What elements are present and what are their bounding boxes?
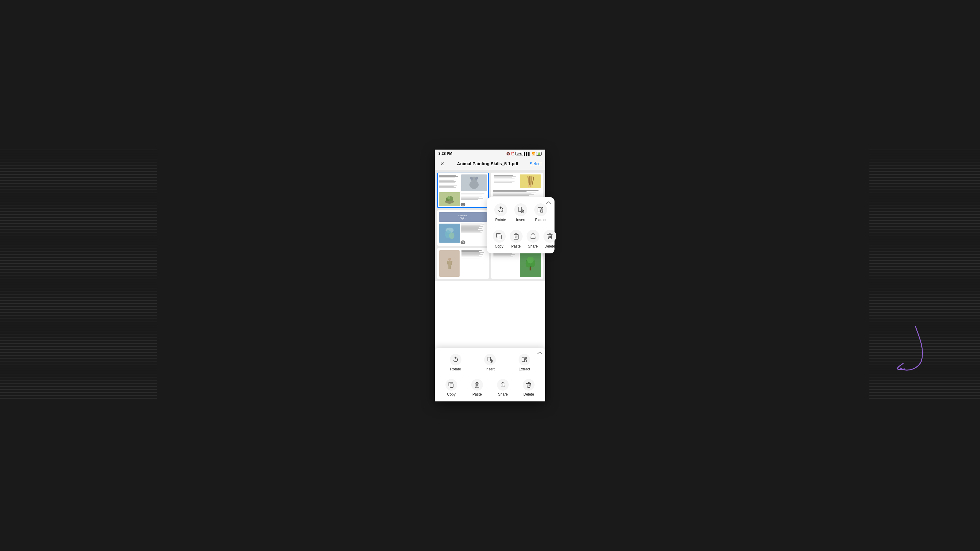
status-icons: 🔇 ⏰ VPN ▌▌▌ 📶 🔋 [506, 152, 542, 156]
collapse-button-upper[interactable] [545, 200, 552, 206]
rotate-icon-lower [452, 356, 459, 363]
menu-item-copy-lower[interactable]: Copy [443, 379, 460, 397]
svg-point-25 [448, 258, 451, 261]
menu-item-share-upper[interactable]: Share [524, 230, 541, 248]
page-number-1: 1 [460, 203, 465, 206]
menu-item-rotate-upper[interactable]: Rotate [492, 203, 509, 222]
menu-item-insert-lower[interactable]: Insert [482, 354, 499, 371]
svg-rect-13 [530, 184, 531, 187]
close-button[interactable]: ✕ [438, 160, 446, 167]
dog-image [466, 175, 482, 191]
menu-item-paste-lower[interactable]: Paste [469, 379, 486, 397]
art-image [444, 226, 455, 240]
menu-item-insert-upper[interactable]: Insert [512, 203, 529, 222]
menu-row-2-lower: Copy Paste [435, 376, 545, 399]
insert-icon [517, 206, 524, 213]
svg-rect-14 [531, 184, 532, 187]
delete-icon-lower [525, 381, 532, 388]
extract-icon-lower [521, 356, 528, 363]
page-number-3: 3 [460, 240, 465, 244]
delete-icon [546, 232, 554, 240]
svg-point-7 [447, 196, 450, 199]
insert-icon-lower [487, 356, 493, 363]
extract-icon [537, 206, 544, 213]
menu-item-share-lower[interactable]: Share [495, 379, 512, 397]
menu-item-delete-lower[interactable]: Delete [520, 379, 537, 397]
collapse-button-lower[interactable] [537, 350, 542, 356]
annotation-arrow [891, 323, 931, 374]
share-icon-lower [500, 381, 506, 388]
page-title: Animal Painting Skills_5-1.pdf [446, 161, 530, 166]
menu-item-paste-upper[interactable]: Paste [508, 230, 524, 248]
figure-image [446, 257, 453, 270]
menu-row-1-lower: Rotate Insert [435, 351, 545, 374]
menu-row-2-upper: Copy Paste [487, 227, 555, 251]
menu-item-extract-lower[interactable]: Extract [516, 354, 533, 371]
nature-image [525, 257, 536, 271]
svg-rect-9 [529, 176, 530, 186]
paste-icon [512, 232, 520, 240]
copy-icon-lower [448, 381, 455, 388]
status-time: 3:28 PM [438, 151, 452, 156]
share-icon [529, 232, 537, 240]
menu-item-extract-upper[interactable]: Extract [532, 203, 549, 222]
menu-row-1-upper: Rotate Insert [487, 201, 555, 224]
pdf-page-5[interactable] [437, 248, 489, 279]
svg-point-17 [449, 232, 455, 239]
plant-image [443, 194, 456, 205]
pdf-page-3[interactable]: DifferentStyles [437, 210, 489, 246]
context-menu-lower: Rotate Insert [435, 348, 545, 402]
menu-item-copy-upper[interactable]: Copy [491, 230, 508, 248]
svg-rect-29 [448, 266, 449, 269]
paste-icon-lower [474, 381, 480, 388]
select-button[interactable]: Select [530, 161, 542, 166]
context-menu-upper: Rotate Insert [487, 197, 555, 253]
pdf-page-1[interactable]: 1 [437, 173, 489, 208]
copy-icon [496, 232, 503, 240]
rotate-icon [497, 206, 504, 213]
svg-rect-40 [498, 235, 501, 239]
status-bar: 3:28 PM 🔇 ⏰ VPN ▌▌▌ 📶 🔋 [435, 149, 545, 157]
svg-rect-47 [450, 384, 453, 387]
menu-item-delete-upper[interactable]: Delete [541, 230, 558, 248]
nav-bar: ✕ Animal Painting Skills_5-1.pdf Select [435, 157, 545, 170]
menu-item-rotate-lower[interactable]: Rotate [447, 354, 464, 371]
brushes-image [525, 175, 536, 188]
svg-rect-30 [449, 266, 451, 269]
